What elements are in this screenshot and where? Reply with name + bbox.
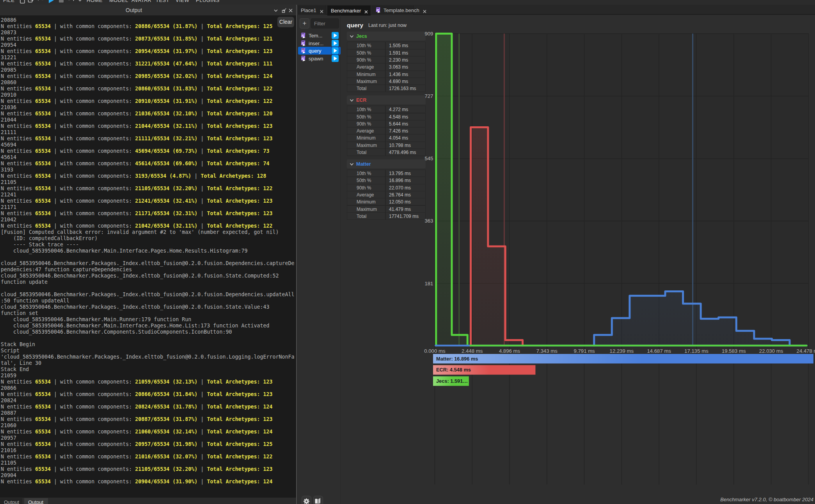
console-text: :50 function updateAll (1, 298, 69, 304)
menu-view[interactable]: VIEW (176, 0, 189, 3)
doc-tab-template-bench[interactable]: Template.bench (371, 5, 414, 15)
clear-button[interactable]: Clear (277, 17, 294, 27)
bench-item-Tem[interactable]: Tem... (298, 32, 341, 39)
console-text: | (197, 73, 207, 79)
add-bench-button[interactable]: + (300, 18, 309, 28)
stat-value: 1.436 ms (385, 71, 426, 78)
panel-splitter[interactable] (296, 5, 297, 504)
console-text: | with common components: (51, 416, 135, 422)
console-text: | with common components: (51, 379, 135, 385)
console-text: 21044 (1, 117, 16, 123)
stat-label: Total (347, 85, 385, 92)
console-text: | (197, 198, 207, 204)
summary-bar-matter: Matter: 16.896 ms (433, 354, 813, 364)
toolbar-chevron-icon[interactable] (76, 0, 83, 4)
console-highlight-text: 20910/65534 (31.91%) (135, 98, 197, 104)
stat-value: 17741.709 ms (385, 212, 426, 220)
svg-text:0.000 ms: 0.000 ms (424, 348, 446, 354)
console-line-trace: function update (1, 279, 296, 285)
section-name: ECR (356, 97, 366, 103)
console-text: | with common components: (51, 223, 135, 229)
console-text: N entities (1, 123, 35, 129)
redo-icon[interactable] (37, 0, 44, 4)
pop-in-icon[interactable] (281, 8, 287, 13)
run-bench-button[interactable] (332, 40, 339, 47)
console-highlight-text: 65534 (35, 391, 51, 397)
console-text: N entities (1, 136, 35, 141)
stat-value: 7.426 ms (385, 127, 426, 134)
output-titlebar: Output (0, 5, 296, 16)
svg-text:181: 181 (424, 281, 433, 286)
run-bench-button[interactable] (332, 32, 339, 39)
console-highlight-text: 65534 (35, 186, 51, 191)
svg-text:727: 727 (424, 93, 433, 99)
play-button-icon[interactable] (48, 0, 55, 4)
stat-label: Maximum (347, 78, 385, 85)
menu-home[interactable]: HOME (87, 0, 103, 3)
menu-file[interactable]: FILE (3, 0, 14, 3)
console-highlight-text: Total Archetypes: 123 (207, 198, 272, 204)
menu-test[interactable]: TEST (156, 0, 169, 3)
paste-icon[interactable] (19, 0, 26, 4)
doc-tab-benchmarker[interactable]: Benchmarker (327, 5, 371, 16)
svg-text:14.687 ms: 14.687 ms (647, 348, 671, 354)
console-text: | (197, 136, 207, 141)
svg-text:2.448 ms: 2.448 ms (462, 348, 483, 354)
console-line-entities: N entities 65534 | with common component… (1, 416, 296, 423)
console-text: | with common components: (51, 161, 135, 166)
output-dock-tab[interactable]: Output (24, 498, 48, 504)
output-dock-tab[interactable]: Output (0, 498, 22, 504)
console-line-number: 21044 (1, 117, 296, 123)
menu-avatar[interactable]: AVATAR (131, 0, 151, 3)
section-header-matter[interactable]: Matter (347, 159, 426, 168)
console-line-trace: :50 function updateAll (1, 298, 296, 304)
stop-button-icon[interactable] (58, 0, 65, 4)
console-text: | (197, 479, 207, 485)
undo-icon[interactable] (67, 0, 75, 4)
console-line-entities: N entities 65534 | with common component… (1, 223, 296, 229)
output-console[interactable]: 20886N entities 65534 | with common comp… (0, 16, 296, 497)
menu-model[interactable]: MODEL (109, 0, 128, 3)
console-highlight-text: 65534 (35, 441, 51, 447)
console-text: N entities (1, 454, 35, 460)
console-line-trace: pendencies:47 function captureDependenci… (1, 267, 296, 273)
close-icon[interactable] (288, 8, 293, 13)
docs-button[interactable] (313, 496, 323, 504)
console-text: | with common components: (51, 61, 135, 67)
results-title: query (347, 22, 363, 29)
console-text: | with common components: (51, 173, 135, 179)
console-line-trace: cloud_5853950046.Benchmarker.Main.Runner… (1, 317, 296, 323)
console-line-number: 20910 (1, 92, 296, 98)
console-text: N entities (1, 36, 35, 42)
bench-item-spawn[interactable]: spawn (298, 55, 341, 62)
console-highlight-text: 65534 (35, 86, 51, 92)
collapse-chevron-icon[interactable] (273, 8, 279, 13)
tab-close-icon[interactable] (364, 9, 368, 12)
bench-item-query[interactable]: query (298, 47, 341, 55)
settings-button[interactable] (302, 496, 311, 504)
console-text: Stack End (1, 366, 29, 372)
console-line-number: 20954 (1, 42, 296, 48)
bench-item-inser[interactable]: inser... (298, 39, 341, 47)
copy-icon[interactable] (27, 0, 34, 4)
console-highlight-text: 65534 (35, 173, 51, 179)
menu-plugins[interactable]: PLUGINS (196, 0, 220, 3)
console-line-entities: N entities 65534 | with common component… (1, 466, 296, 472)
filter-input[interactable] (311, 18, 339, 28)
console-text: cloud_5853950046.Benchmarker.Components.… (1, 329, 232, 335)
doc-tab-place1[interactable]: Place1 (297, 5, 326, 15)
section-header-ecr[interactable]: ECR (347, 95, 426, 104)
console-text: N entities (1, 429, 35, 435)
run-bench-button[interactable] (332, 55, 339, 62)
console-highlight-text: 20904/65534 (31.90%) (135, 479, 197, 485)
tab-close-icon[interactable] (320, 9, 323, 12)
run-bench-button[interactable] (332, 47, 339, 54)
section-header-jecs[interactable]: Jecs (347, 32, 426, 41)
tab-close-icon[interactable] (423, 9, 426, 12)
stat-label: 10th % (347, 42, 385, 49)
summary-bar-label: ECR: 4.548 ms (436, 367, 471, 373)
svg-text:363: 363 (424, 218, 433, 224)
console-highlight-text: Total Archetypes: 73 (207, 148, 269, 154)
console-line-number: 21042 (1, 217, 296, 223)
console-text: | with common components: (51, 148, 135, 154)
